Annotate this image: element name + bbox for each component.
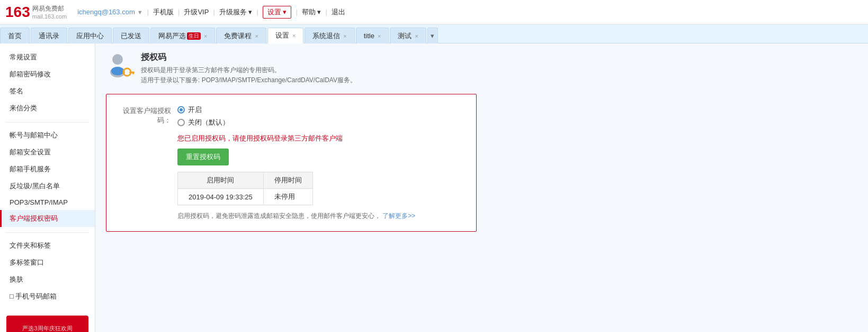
table-header-stop-time: 停用时间	[263, 172, 312, 189]
main-layout: 常规设置 邮箱密码修改 签名 来信分类 帐号与邮箱中心 邮箱安全设置 邮箱手机服…	[0, 43, 868, 332]
header-divider3: |	[213, 8, 214, 16]
logout-link[interactable]: 退出	[332, 7, 345, 17]
sidebar-item-security[interactable]: 邮箱安全设置	[0, 144, 95, 161]
auth-icon	[106, 52, 135, 81]
help-link[interactable]: 帮助 ▾	[302, 7, 321, 17]
sidebar-group-3: 文件夹和标签 多标签窗口 换肤 □ 手机号码邮箱	[0, 237, 95, 305]
svg-rect-6	[130, 72, 131, 74]
upgrade-vip-link[interactable]: 升级VIP	[184, 7, 209, 17]
logo-text: 网易免费邮 mail.163.com	[32, 4, 67, 20]
table-header-start-time: 启用时间	[178, 172, 264, 189]
header-divider2: |	[178, 8, 180, 16]
warning-text: 您已启用授权码，请使用授权码登录第三方邮件客户端	[177, 134, 463, 143]
upgrade-service-link[interactable]: 升级服务 ▾	[219, 7, 253, 17]
tab-close-bounce[interactable]: ×	[343, 33, 346, 39]
section-title: 授权码	[141, 52, 356, 63]
radio-off-circle	[177, 119, 185, 126]
mobile-version-link[interactable]: 手机版	[153, 7, 174, 17]
settings-box: 设置客户端授权码： 开启 关闭（默认） 您已启用授权码，请	[106, 94, 477, 232]
radio-group: 开启 关闭（默认）	[177, 105, 463, 127]
tab-test[interactable]: 测试 ×	[390, 28, 426, 43]
sidebar-item-skin[interactable]: 换肤	[0, 271, 95, 288]
form-content-radio: 开启 关闭（默认）	[177, 105, 463, 127]
sidebar-item-general[interactable]: 常规设置	[0, 49, 95, 66]
account-email[interactable]: ichengq@163.com	[77, 8, 135, 16]
header-divider4: |	[256, 8, 258, 16]
sidebar-divider-2	[5, 232, 90, 233]
table-cell-start-time: 2019-04-09 19:33:25	[178, 189, 264, 205]
form-row-radio: 设置客户端授权码： 开启 关闭（默认）	[119, 105, 463, 127]
settings-nav-link[interactable]: 设置 ▾	[263, 6, 292, 19]
tab-sent[interactable]: 已发送	[113, 28, 149, 43]
radio-on[interactable]: 开启	[177, 105, 463, 115]
svg-point-2	[111, 67, 124, 75]
sidebar: 常规设置 邮箱密码修改 签名 来信分类 帐号与邮箱中心 邮箱安全设置 邮箱手机服…	[0, 43, 95, 332]
header: 163 网易免费邮 mail.163.com ichengq@163.com ▼…	[0, 0, 868, 24]
tab-close-test[interactable]: ×	[415, 33, 418, 39]
account-arrow[interactable]: ▼	[137, 9, 143, 15]
tab-title[interactable]: title ×	[356, 28, 389, 43]
sidebar-group-1: 常规设置 邮箱密码修改 签名 来信分类	[0, 49, 95, 117]
content-area: 授权码 授权码是用于登录第三方邮件客户端的专用密码。 适用于登录以下服务: PO…	[95, 43, 868, 332]
sidebar-item-auth-code[interactable]: 客户端授权密码	[0, 210, 95, 227]
radio-off[interactable]: 关闭（默认）	[177, 118, 463, 127]
tabs-bar: 首页 通讯录 应用中心 已发送 网易严选生日 × 免费课程 × 设置 × 系统退…	[0, 24, 868, 43]
table-row: 2019-04-09 19:33:25 未停用	[178, 189, 313, 205]
sidebar-item-mail-filter[interactable]: 来信分类	[0, 100, 95, 117]
tab-settings[interactable]: 设置 ×	[267, 28, 303, 43]
tab-close-wangyi[interactable]: ×	[204, 33, 207, 39]
sidebar-item-account-center[interactable]: 帐号与邮箱中心	[0, 127, 95, 144]
sidebar-item-spam[interactable]: 反垃圾/黑白名单	[0, 178, 95, 195]
header-divider5: |	[296, 8, 297, 16]
promo-banner[interactable]: 严选3周年庆狂欢周 冰点限时购	[6, 316, 88, 332]
tab-contacts[interactable]: 通讯录	[31, 28, 67, 43]
tab-system-bounce[interactable]: 系统退信 ×	[305, 28, 354, 43]
reset-auth-code-button[interactable]: 重置授权码	[177, 148, 229, 165]
auth-table: 启用时间 停用时间 2019-04-09 19:33:25 未停用	[177, 172, 313, 205]
sidebar-item-signature[interactable]: 签名	[0, 83, 95, 100]
sidebar-item-multi-tab[interactable]: 多标签窗口	[0, 254, 95, 271]
logo-163: 163	[5, 4, 30, 21]
sidebar-item-mobile[interactable]: 邮箱手机服务	[0, 161, 95, 178]
tab-apps[interactable]: 应用中心	[68, 28, 112, 43]
radio-on-label: 开启	[188, 105, 202, 115]
header-divider6: |	[325, 8, 327, 16]
sidebar-promo-area: 严选3周年庆狂欢周 冰点限时购	[0, 310, 95, 332]
sidebar-divider-1	[5, 122, 90, 123]
table-cell-stop-time: 未停用	[263, 189, 312, 205]
section-header: 授权码 授权码是用于登录第三方邮件客户端的专用密码。 适用于登录以下服务: PO…	[106, 52, 857, 85]
info-text-content: 启用授权码，避免密码泄露造成邮箱安全隐患，使用邮件客户端更安心，	[177, 212, 381, 220]
header-divider1: |	[147, 8, 149, 16]
logo-area: 163 网易免费邮 mail.163.com	[5, 4, 67, 21]
section-title-text-area: 授权码 授权码是用于登录第三方邮件客户端的专用密码。 适用于登录以下服务: PO…	[141, 52, 356, 85]
form-label-auth: 设置客户端授权码：	[119, 105, 177, 125]
radio-off-label: 关闭（默认）	[188, 118, 229, 127]
sidebar-group-2: 帐号与邮箱中心 邮箱安全设置 邮箱手机服务 反垃圾/黑白名单 POP3/SMTP…	[0, 127, 95, 227]
sidebar-item-pop3[interactable]: POP3/SMTP/IMAP	[0, 195, 95, 210]
svg-point-0	[112, 54, 123, 65]
radio-on-circle	[177, 106, 185, 113]
tab-home[interactable]: 首页	[0, 28, 30, 43]
tab-close-settings[interactable]: ×	[292, 32, 296, 39]
sidebar-item-phone-email[interactable]: □ 手机号码邮箱	[0, 288, 95, 305]
learn-more-link[interactable]: 了解更多>>	[382, 212, 415, 220]
promo-title: 严选3周年庆狂欢周	[22, 325, 72, 333]
tab-free-course[interactable]: 免费课程 ×	[216, 28, 266, 43]
section-desc-2: 适用于登录以下服务: POP3/IMAP/SMTP/Exchange/CardD…	[141, 75, 356, 85]
tab-close-course[interactable]: ×	[255, 33, 258, 39]
tab-close-title[interactable]: ×	[378, 33, 381, 39]
tab-wangyi-select[interactable]: 网易严选生日 ×	[150, 28, 215, 43]
svg-rect-5	[132, 72, 134, 74]
sidebar-item-password[interactable]: 邮箱密码修改	[0, 66, 95, 83]
info-text: 启用授权码，避免密码泄露造成邮箱安全隐患，使用邮件客户端更安心， 了解更多>>	[177, 212, 463, 221]
section-desc-1: 授权码是用于登录第三方邮件客户端的专用密码。	[141, 65, 356, 75]
birthday-badge: 生日	[187, 32, 201, 40]
tab-more-button[interactable]: ▾	[427, 28, 438, 43]
sidebar-item-folders[interactable]: 文件夹和标签	[0, 237, 95, 254]
account-area: ichengq@163.com ▼ | 手机版 | 升级VIP | 升级服务 ▾…	[77, 6, 345, 19]
